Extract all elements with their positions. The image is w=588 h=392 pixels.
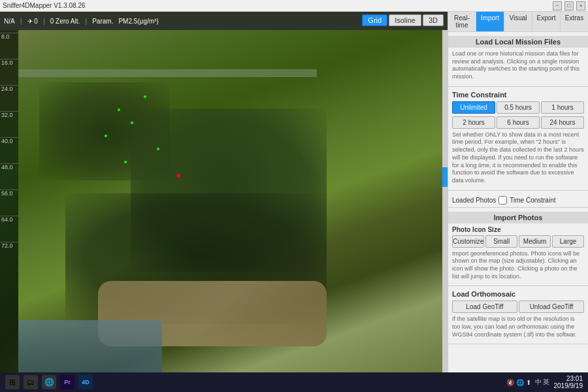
six-hour-button[interactable]: 6 hours bbox=[497, 116, 540, 129]
satellite-map[interactable] bbox=[0, 30, 448, 372]
taskbar-clock: 23:01 2019/9/19 bbox=[554, 375, 583, 389]
load-mission-title: Load Local Mission Files bbox=[448, 36, 588, 48]
na-indicator: N/A bbox=[4, 18, 15, 25]
time-constraint-label: Time Constraint bbox=[452, 91, 584, 99]
ruler-mark-1: 8.0 bbox=[0, 33, 18, 59]
close-button[interactable]: × bbox=[576, 1, 585, 10]
ruler-mark-6: 48.0 bbox=[0, 163, 18, 189]
main-area: N/A | ✈ 0 | 0 Zero Alt. | Param. PM2.5(μ… bbox=[0, 12, 588, 372]
tab-visual[interactable]: Visual bbox=[504, 12, 532, 31]
grid-button[interactable]: Grid bbox=[362, 14, 387, 26]
ruler-mark-5: 40.0 bbox=[0, 137, 18, 163]
loaded-photos-label: Loaded Photos bbox=[452, 197, 496, 204]
3d-button[interactable]: 3D bbox=[423, 14, 444, 26]
map-scrollbar[interactable] bbox=[442, 30, 448, 372]
drone-icon: ✈ 0 bbox=[27, 18, 38, 25]
one-hour-button[interactable]: 1 hours bbox=[541, 101, 584, 114]
right-panel: Real-time Import Visual Export Extras Lo… bbox=[448, 12, 588, 372]
small-size-button[interactable]: Small bbox=[485, 235, 517, 248]
ruler-mark-2: 16.0 bbox=[0, 59, 18, 85]
title-bar: Sniffer4DMapper V1.3.08.26 − □ × bbox=[0, 0, 588, 12]
load-geotiff-button[interactable]: Load GeoTiff bbox=[452, 301, 517, 313]
large-size-button[interactable]: Large bbox=[552, 235, 584, 248]
premiere-icon[interactable]: Pr bbox=[60, 375, 74, 389]
load-mission-desc: Load one or more historical mission data… bbox=[452, 50, 584, 81]
sniffer-icon[interactable]: 4D bbox=[78, 375, 93, 389]
zero-alt: 0 Zero Alt. bbox=[50, 18, 80, 25]
icon-size-buttons[interactable]: Customize Small Medium Large bbox=[452, 235, 584, 248]
time-constraint-section: Time Constraint Unlimited 0.5 hours 1 ho… bbox=[448, 87, 588, 191]
window-controls[interactable]: − □ × bbox=[553, 1, 585, 10]
ruler-mark-4: 32.0 bbox=[0, 111, 18, 137]
half-hour-button[interactable]: 0.5 hours bbox=[497, 101, 540, 114]
map-area[interactable]: N/A | ✈ 0 | 0 Zero Alt. | Param. PM2.5(μ… bbox=[0, 12, 448, 372]
maximize-button[interactable]: □ bbox=[564, 1, 574, 10]
taskbar-status-icons: 🔇 🌐 ⬆ bbox=[506, 379, 531, 386]
orthomosaic-section: Load Orthomosaic Load GeoTiff Unload Geo… bbox=[448, 286, 588, 344]
unlimited-button[interactable]: Unlimited bbox=[452, 101, 495, 114]
time-constraint-row1[interactable]: Unlimited 0.5 hours 1 hours bbox=[452, 101, 584, 114]
pm-label: PM2.5(μg/m³) bbox=[118, 18, 158, 25]
browser-icon[interactable]: 🌐 bbox=[42, 375, 56, 389]
time-constraint-desc: Set whether ONLY to show data in a most … bbox=[452, 131, 584, 185]
taskbar-right: 🔇 🌐 ⬆ 中 英 23:01 2019/9/19 bbox=[506, 375, 583, 389]
icon-size-label: Photo Icon Size bbox=[452, 226, 584, 233]
import-photos-desc: Import georeferenced photos. Photo icons… bbox=[452, 250, 584, 281]
loaded-photos-section: Loaded Photos Time Constraint bbox=[448, 191, 588, 208]
import-photos-title: Import Photos bbox=[448, 212, 588, 223]
load-mission-section: Load Local Mission Files Load one or mor… bbox=[448, 32, 588, 87]
ruler-mark-9: 72.0 bbox=[0, 242, 18, 268]
map-scrollbar-thumb[interactable] bbox=[442, 167, 448, 187]
time-constraint-row2[interactable]: 2 hours 6 hours 24 hours bbox=[452, 116, 584, 129]
start-button[interactable]: ⊞ bbox=[5, 375, 20, 389]
na-label: N/A bbox=[4, 18, 15, 25]
tab-export[interactable]: Export bbox=[532, 12, 561, 31]
orthomosaic-label: Load Orthomosaic bbox=[452, 290, 584, 298]
customize-size-button[interactable]: Customize bbox=[452, 235, 484, 248]
tab-import[interactable]: Import bbox=[476, 12, 504, 31]
twenty-four-hour-button[interactable]: 24 hours bbox=[541, 116, 584, 129]
taskbar-date: 2019/9/19 bbox=[554, 382, 583, 389]
taskbar-lang: 中 英 bbox=[535, 378, 550, 387]
import-photos-section: Import Photos Photo Icon Size Customize … bbox=[448, 208, 588, 287]
isoline-button[interactable]: Isoline bbox=[389, 14, 421, 26]
tab-bar[interactable]: Real-time Import Visual Export Extras bbox=[448, 12, 588, 32]
map-view-buttons[interactable]: Grid Isoline 3D bbox=[362, 14, 444, 26]
tab-realtime[interactable]: Real-time bbox=[448, 12, 476, 31]
ruler-left: 8.0 16.0 24.0 32.0 40.0 48.0 56.0 64.0 7… bbox=[0, 30, 18, 372]
time-constraint-checkbox[interactable] bbox=[498, 196, 507, 204]
medium-size-button[interactable]: Medium bbox=[519, 235, 551, 248]
ruler-mark-7: 56.0 bbox=[0, 189, 18, 216]
time-constraint-checkbox-label: Time Constraint bbox=[510, 197, 555, 204]
two-hour-button[interactable]: 2 hours bbox=[452, 116, 495, 129]
unload-geotiff-button[interactable]: Unload GeoTiff bbox=[519, 301, 584, 313]
loaded-photos-row: Loaded Photos Time Constraint bbox=[452, 196, 584, 204]
ruler-mark-8: 64.0 bbox=[0, 216, 18, 242]
ruler-mark-3: 24.0 bbox=[0, 85, 18, 111]
tab-extras[interactable]: Extras bbox=[561, 12, 588, 31]
ortho-buttons[interactable]: Load GeoTiff Unload GeoTiff bbox=[452, 301, 584, 313]
file-explorer-icon[interactable]: 🗂 bbox=[24, 375, 38, 389]
minimize-button[interactable]: − bbox=[553, 1, 562, 10]
window-title: Sniffer4DMapper V1.3.08.26 bbox=[3, 2, 553, 9]
taskbar-time: 23:01 bbox=[554, 375, 583, 382]
orthomosaic-desc: If the satellite map is too old or the r… bbox=[452, 316, 584, 338]
param-label: Param. bbox=[92, 18, 113, 25]
taskbar: ⊞ 🗂 🌐 Pr 4D 🔇 🌐 ⬆ 中 英 23:01 2019/9/19 bbox=[0, 372, 588, 392]
